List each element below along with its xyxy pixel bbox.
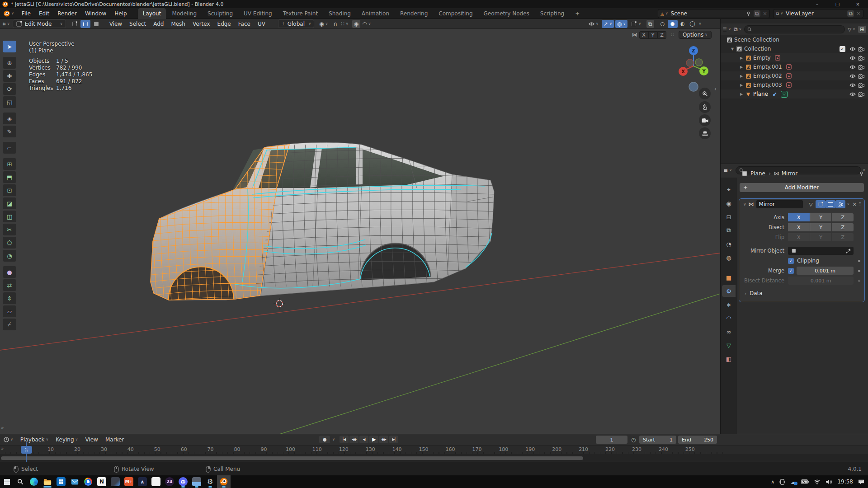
collection-checkbox[interactable]: ✓ bbox=[840, 46, 845, 52]
notion-icon[interactable]: N bbox=[95, 475, 108, 488]
maximize-button[interactable]: □ bbox=[827, 0, 848, 8]
shading-solid-button[interactable]: ● bbox=[668, 20, 678, 28]
render-visibility-icon[interactable] bbox=[858, 47, 864, 52]
show-in-viewport-toggle[interactable] bbox=[826, 200, 835, 208]
pan-button[interactable] bbox=[699, 101, 711, 113]
tool-scale[interactable]: ◱ bbox=[3, 96, 16, 108]
volume-icon[interactable] bbox=[826, 479, 832, 485]
hide-eye-icon[interactable] bbox=[849, 47, 856, 52]
timeline-ruler[interactable]: 1020304050607080901001101201301401501601… bbox=[0, 445, 868, 454]
scene-selector[interactable]: ◬ ∨ Scene ⧉ × bbox=[658, 9, 770, 18]
mailplus-icon[interactable]: M+ bbox=[122, 475, 136, 488]
delete-view-layer-button[interactable]: × bbox=[856, 10, 861, 17]
axis-y-button[interactable]: Y bbox=[810, 213, 832, 221]
current-frame-field[interactable]: 1 bbox=[596, 436, 627, 444]
xray-dropdown[interactable]: ∨ bbox=[629, 20, 643, 28]
battery-icon[interactable] bbox=[801, 479, 809, 484]
properties-tab-particles[interactable]: ∗ bbox=[722, 299, 736, 310]
tool-add-cube[interactable]: ⊞ bbox=[3, 158, 16, 170]
hide-eye-icon[interactable] bbox=[849, 74, 856, 79]
clock-time[interactable]: 19:58 bbox=[837, 479, 853, 485]
arc-icon[interactable]: ∧ bbox=[136, 475, 149, 488]
camera-view-button[interactable] bbox=[699, 114, 711, 126]
discord-icon[interactable] bbox=[176, 475, 190, 488]
menu-uv[interactable]: UV bbox=[254, 21, 269, 27]
settings-gear-icon[interactable]: ⚙ bbox=[203, 475, 217, 488]
menu-window[interactable]: Window bbox=[81, 8, 110, 19]
outliner-search-input[interactable] bbox=[744, 25, 845, 33]
mail-icon[interactable] bbox=[68, 475, 81, 488]
navigation-gizmo[interactable]: Z X Y bbox=[676, 42, 712, 93]
properties-tab-data[interactable]: ▽ bbox=[722, 339, 736, 351]
phone-link-icon[interactable] bbox=[779, 479, 785, 485]
timeline-scrollbar[interactable] bbox=[1, 456, 583, 460]
delete-modifier-button[interactable]: × bbox=[852, 201, 857, 207]
render-visibility-icon[interactable] bbox=[858, 65, 864, 70]
hide-eye-icon[interactable] bbox=[849, 92, 856, 97]
outliner-filter-button[interactable]: ▽∨ bbox=[848, 27, 855, 32]
menu-edge[interactable]: Edge bbox=[214, 21, 235, 27]
hide-eye-icon[interactable] bbox=[849, 65, 856, 70]
end-frame-field[interactable]: End250 bbox=[678, 436, 717, 444]
outliner-row-collection[interactable]: ▼ Collection ✓ bbox=[721, 44, 868, 53]
close-button[interactable]: × bbox=[848, 0, 868, 8]
document-icon[interactable] bbox=[149, 475, 163, 488]
wifi-icon[interactable] bbox=[814, 479, 821, 484]
tab-compositing[interactable]: Compositing bbox=[434, 8, 477, 19]
tab-rendering[interactable]: Rendering bbox=[395, 8, 433, 19]
properties-tab-tool[interactable]: ⌖ bbox=[722, 184, 736, 196]
sidebar-collapse-arrow[interactable]: ‹ bbox=[714, 86, 717, 92]
clipping-checkbox[interactable]: ✓ bbox=[788, 258, 794, 264]
tool-knife[interactable]: ✂ bbox=[3, 224, 16, 235]
expand-arrow-icon[interactable]: ▶ bbox=[739, 65, 744, 69]
mode-dropdown[interactable]: Edit Mode ∨ bbox=[13, 19, 66, 28]
tool-cursor[interactable]: ⊕ bbox=[3, 57, 16, 69]
tool-bevel[interactable]: ◪ bbox=[3, 197, 16, 209]
tool-transform[interactable]: ◈ bbox=[3, 113, 16, 124]
shading-wireframe-button[interactable]: ○ bbox=[658, 20, 668, 28]
tab-uv-editing[interactable]: UV Editing bbox=[239, 8, 277, 19]
properties-tab-physics[interactable]: ◠ bbox=[722, 312, 736, 324]
drag-handle-icon[interactable]: ⠿ bbox=[859, 202, 862, 206]
flip-x-button[interactable]: X bbox=[788, 233, 810, 241]
symmetry-x-button[interactable]: X bbox=[639, 31, 648, 39]
auto-keying-button[interactable]: ● bbox=[319, 436, 330, 443]
expand-arrow-icon[interactable]: ▶ bbox=[739, 83, 744, 87]
start-button[interactable] bbox=[0, 475, 14, 488]
menu-file[interactable]: File bbox=[18, 8, 35, 19]
properties-tab-render[interactable]: ◉ bbox=[722, 197, 736, 209]
collapse-icon[interactable]: ∨ bbox=[743, 202, 746, 206]
flip-z-button[interactable]: Z bbox=[832, 233, 854, 241]
tool-annotate[interactable]: ✎ bbox=[3, 126, 16, 137]
vertex-select-mode-button[interactable] bbox=[70, 20, 80, 28]
tool-rip-region[interactable]: ⌿ bbox=[3, 319, 16, 330]
proportional-falloff-button[interactable]: ◠∨ bbox=[360, 20, 373, 28]
modifier-name-field[interactable]: Mirror bbox=[756, 200, 803, 208]
notification-center-icon[interactable] bbox=[858, 479, 864, 485]
editor-type-button[interactable]: ⌗ ∨ bbox=[0, 21, 13, 27]
tool-shrink-fatten[interactable]: ⇕ bbox=[3, 292, 16, 304]
delete-scene-button[interactable]: × bbox=[763, 10, 767, 17]
bisect-distance-field[interactable]: 0.001 m bbox=[788, 277, 854, 285]
symmetry-z-button[interactable]: Z bbox=[657, 31, 666, 39]
properties-tab-object[interactable]: ■ bbox=[722, 272, 736, 283]
tab-layout[interactable]: Layout bbox=[138, 8, 166, 19]
flip-y-button[interactable]: Y bbox=[810, 233, 832, 241]
hide-eye-icon[interactable] bbox=[849, 56, 856, 61]
tool-inset-faces[interactable]: ⊡ bbox=[3, 184, 16, 196]
outliner-row-empty-003[interactable]: ▶ Empty.003 bbox=[721, 80, 868, 89]
menu-help[interactable]: Help bbox=[110, 8, 131, 19]
car-model[interactable] bbox=[146, 141, 497, 302]
outliner-row-empty-002[interactable]: ▶ Empty.002 bbox=[721, 71, 868, 80]
menu-keying[interactable]: Keying∨ bbox=[52, 436, 81, 443]
render-visibility-icon[interactable] bbox=[858, 83, 864, 88]
properties-editor-type-button[interactable]: ≡∨ bbox=[723, 167, 732, 174]
search-icon[interactable] bbox=[14, 475, 27, 488]
tool-rotate[interactable]: ⟳ bbox=[3, 83, 16, 95]
menu-add[interactable]: Add bbox=[150, 21, 167, 27]
merge-threshold-field[interactable]: 0.001 m bbox=[797, 267, 854, 275]
viewport-3d[interactable]: User Perspective (1) Plane Objects1 / 5 … bbox=[0, 29, 720, 434]
properties-tab-scene[interactable]: ◔ bbox=[722, 238, 736, 250]
menu-view[interactable]: View bbox=[106, 21, 126, 27]
overlays-toggle[interactable]: ◍∨ bbox=[615, 20, 627, 28]
